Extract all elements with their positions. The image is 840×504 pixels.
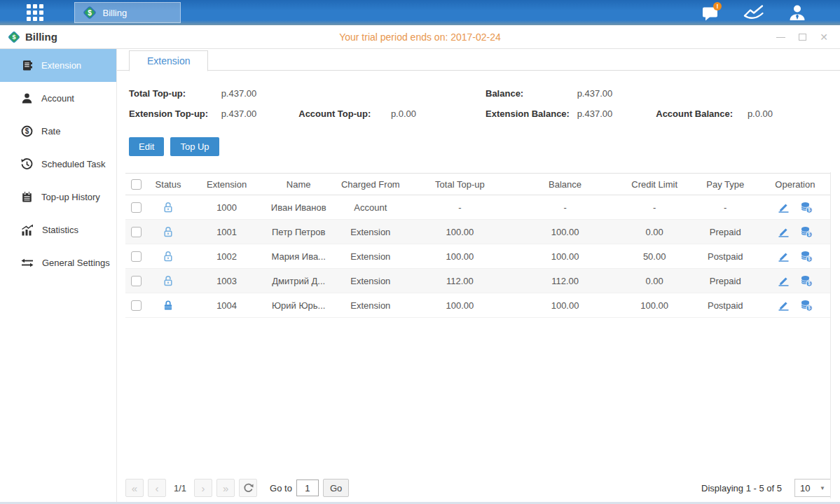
- table-row: 1001Петр ПетровExtension100.00100.000.00…: [125, 220, 831, 244]
- cell-credit-limit: -: [618, 195, 691, 220]
- cell-balance: -: [512, 195, 617, 220]
- user-account-icon[interactable]: [788, 4, 806, 22]
- close-button[interactable]: ✕: [819, 32, 829, 42]
- top-up-button[interactable]: Top Up: [170, 137, 219, 156]
- sidebar-item-label: General Settings: [42, 258, 110, 268]
- cell-status: [146, 244, 190, 269]
- row-checkbox[interactable]: [131, 300, 142, 311]
- last-page-button[interactable]: »: [216, 479, 235, 497]
- table-row: 1000Иван ИвановAccount----$: [125, 195, 831, 220]
- svg-text:$: $: [808, 281, 811, 286]
- person-icon: [788, 4, 806, 22]
- sidebar-item-scheduled-task[interactable]: Scheduled Task: [0, 148, 116, 181]
- maximize-button[interactable]: [797, 32, 807, 42]
- status-unlocked-icon: [163, 275, 174, 287]
- first-page-button[interactable]: «: [125, 479, 144, 497]
- taskbar-tab-label: Billing: [103, 8, 128, 18]
- sidebar-item-label: Top-up History: [41, 192, 100, 202]
- top-up-icon[interactable]: $: [800, 202, 813, 214]
- next-page-button[interactable]: ›: [194, 479, 212, 497]
- status-unlocked-icon: [163, 226, 174, 238]
- cell-credit-limit: 0.00: [618, 269, 691, 293]
- taskbar-billing-tab[interactable]: $ Billing: [74, 2, 181, 23]
- column-header-name: Name: [263, 174, 333, 195]
- cell-credit-limit: 0.00: [618, 220, 691, 244]
- content-area: Extension Total Top-up: p.437.00 Extensi…: [117, 49, 840, 504]
- cell-pay-type: Prepaid: [691, 220, 759, 244]
- top-up-icon[interactable]: $: [800, 251, 813, 262]
- cell-charged-from: Extension: [333, 244, 407, 269]
- cell-pay-type: Prepaid: [691, 269, 759, 293]
- page-size-select[interactable]: 10 ▼: [794, 479, 831, 497]
- sidebar-item-topup-history[interactable]: Top-up History: [0, 181, 116, 214]
- edit-icon[interactable]: [777, 226, 790, 237]
- top-up-icon[interactable]: $: [800, 275, 813, 287]
- tab-extension[interactable]: Extension: [129, 50, 208, 71]
- row-checkbox[interactable]: [131, 276, 142, 286]
- row-checkbox[interactable]: [131, 202, 142, 213]
- svg-text:$: $: [808, 207, 811, 213]
- column-header-total-topup: Total Top-up: [407, 174, 512, 195]
- sidebar-item-general-settings[interactable]: General Settings: [0, 246, 116, 279]
- app-launcher-icon[interactable]: [27, 4, 43, 21]
- refresh-button[interactable]: [239, 479, 257, 497]
- minimize-button[interactable]: [776, 32, 785, 42]
- edit-icon[interactable]: [777, 251, 790, 262]
- cell-name: Петр Петров: [263, 220, 333, 244]
- billing-app-icon: $: [82, 5, 97, 20]
- system-topbar: $ Billing !: [0, 0, 840, 25]
- svg-text:$: $: [88, 9, 92, 17]
- cell-pay-type: Postpaid: [691, 244, 759, 269]
- cell-total-top-up: 112.00: [407, 269, 512, 293]
- row-checkbox[interactable]: [131, 251, 142, 262]
- svg-text:$: $: [808, 256, 811, 262]
- sidebar-item-extension[interactable]: Extension: [0, 49, 116, 82]
- prev-page-button[interactable]: ‹: [148, 479, 166, 497]
- cell-balance: 100.00: [512, 244, 617, 269]
- line-chart-icon: [743, 4, 764, 21]
- column-header-pay-type: Pay Type: [691, 174, 759, 195]
- scheduled-task-clock-icon: [21, 158, 33, 170]
- sidebar-item-label: Scheduled Task: [41, 159, 106, 169]
- goto-page-input[interactable]: [296, 479, 319, 496]
- status-unlocked-icon: [163, 202, 174, 214]
- edit-icon[interactable]: [777, 275, 790, 286]
- table-body: 1000Иван ИвановAccount----$1001Петр Петр…: [125, 195, 831, 318]
- edit-button[interactable]: Edit: [129, 137, 164, 156]
- status-unlocked-icon: [163, 251, 174, 262]
- svg-text:$: $: [808, 232, 811, 237]
- sidebar-item-label: Statistics: [42, 225, 78, 235]
- cell-operation: $: [759, 195, 831, 220]
- tab-bar: Extension: [117, 50, 840, 71]
- row-checkbox[interactable]: [131, 227, 142, 237]
- monitor-chart-icon[interactable]: [743, 4, 764, 21]
- account-topup-label: Account Top-up:: [298, 108, 388, 119]
- notifications-icon[interactable]: !: [702, 5, 719, 21]
- cell-charged-from: Extension: [333, 269, 407, 293]
- top-up-icon[interactable]: $: [800, 300, 813, 312]
- sidebar-item-label: Extension: [41, 60, 81, 71]
- cell-status: [146, 269, 190, 293]
- edit-icon[interactable]: [777, 300, 790, 311]
- edit-icon[interactable]: [777, 202, 790, 213]
- go-button[interactable]: Go: [323, 479, 349, 497]
- sidebar-item-account[interactable]: Account: [0, 82, 116, 115]
- select-all-checkbox[interactable]: [131, 179, 142, 190]
- top-up-icon[interactable]: $: [800, 226, 813, 238]
- cell-pay-type: Postpaid: [691, 293, 759, 318]
- column-header-charged-from: Charged From: [333, 174, 407, 195]
- account-person-icon: [21, 92, 33, 104]
- cell-credit-limit: 100.00: [618, 293, 691, 318]
- cell-extension: 1004: [190, 293, 263, 318]
- cell-extension: 1002: [190, 244, 263, 269]
- sidebar-item-rate[interactable]: $ Rate: [0, 115, 116, 148]
- page-size-value: 10: [800, 483, 810, 493]
- cell-total-top-up: 100.00: [407, 244, 512, 269]
- balance-label: Balance:: [486, 88, 574, 99]
- sidebar-item-statistics[interactable]: Statistics: [0, 214, 116, 246]
- cell-total-top-up: -: [407, 195, 512, 220]
- cell-operation: $: [759, 269, 831, 293]
- page-indicator: 1/1: [174, 483, 186, 493]
- table-row: 1003Дмитрий Д...Extension112.00112.000.0…: [125, 269, 831, 293]
- goto-label: Go to: [270, 483, 292, 493]
